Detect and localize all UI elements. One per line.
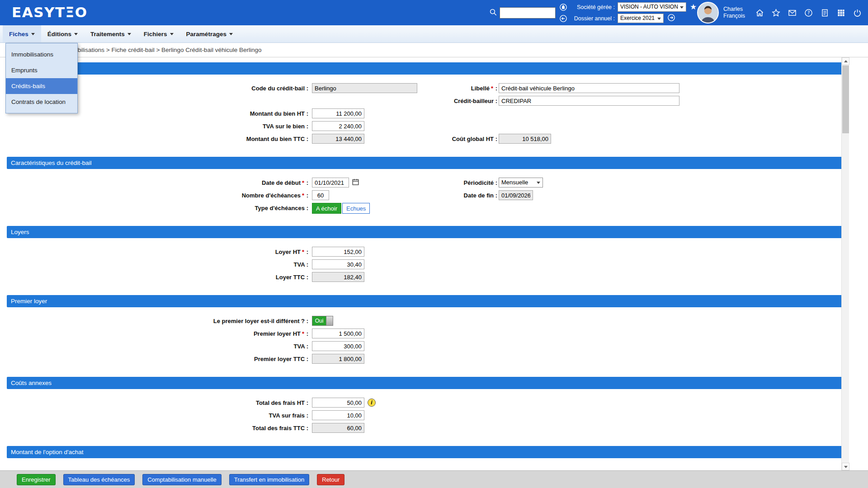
field-label: Crédit-bailleur : [316, 96, 497, 107]
user-name: Charles François [723, 6, 745, 19]
form-row: TVA sur le bien : [0, 121, 850, 134]
topbar: EASYTΞO Société gérée : VISION - AUTO VI… [0, 0, 868, 25]
field-label: Nombre d'échéances* : [0, 190, 308, 201]
credit-bailleur-input[interactable] [499, 96, 679, 106]
menu-editions[interactable]: Éditions [41, 25, 84, 42]
dossier-icon [559, 14, 567, 23]
premier-loyer-tva-input[interactable] [312, 341, 364, 351]
cout-global-ht-input [499, 134, 551, 144]
type-a-echoir-button[interactable]: A échoir [312, 203, 341, 214]
comptabilisation-manuelle-button[interactable]: Comptabilisation manuelle [142, 474, 221, 485]
chevron-down-icon [170, 33, 174, 35]
menu-parametrages[interactable]: Paramétrages [180, 25, 239, 42]
field-label: Date de début* : [0, 178, 308, 188]
field-label: Périodicité : [316, 178, 497, 188]
form-row: Premier loyer TTC : [0, 354, 850, 366]
section-header-loyers: Loyers [7, 226, 843, 238]
retour-button[interactable]: Retour [317, 474, 344, 485]
form-row: Crédit-bailleur : [0, 96, 850, 108]
field-label: Loyer TTC : [0, 272, 308, 283]
dropdown-item-contrats-location[interactable]: Contrats de location [6, 94, 77, 110]
breadcrumb-bar: Immobilisations > Fiche crédit-bail > Be… [0, 43, 868, 57]
libelle-input[interactable] [499, 83, 679, 93]
search-input[interactable] [500, 7, 556, 19]
form-row: Total des frais HT : i [0, 398, 850, 410]
field-label: Total des frais HT : [0, 398, 308, 408]
periodicite-select[interactable]: Mensuelle [499, 178, 543, 188]
form-row: Nombre d'échéances* : Date de fin : [0, 190, 850, 203]
enregistrer-button[interactable]: Enregistrer [17, 474, 56, 485]
power-icon[interactable] [853, 9, 862, 19]
company-label: Société gérée : [570, 4, 615, 10]
go-arrow-icon[interactable] [667, 14, 675, 23]
info-icon[interactable]: i [368, 399, 376, 407]
year-label: Dossier annuel : [570, 15, 615, 22]
montant-bien-ht-input[interactable] [312, 108, 364, 118]
scroll-down-button[interactable] [842, 463, 849, 470]
company-select[interactable]: VISION - AUTO VISION [618, 2, 686, 12]
dropdown-item-credits-bails[interactable]: Crédits-bails [6, 78, 77, 94]
year-select[interactable]: Exercice 2021 [618, 14, 664, 23]
menu-fiches[interactable]: Fiches [3, 25, 41, 42]
section-header-premier-loyer: Premier loyer [7, 295, 843, 307]
scroll-up-button[interactable] [842, 57, 849, 65]
type-echues-button[interactable]: Echues [342, 203, 370, 214]
field-label: Libellé* : [316, 83, 497, 94]
tva-bien-input[interactable] [312, 121, 364, 131]
field-label: TVA : [0, 259, 308, 270]
form-row: Total des frais TTC : [0, 423, 850, 436]
avatar[interactable] [697, 2, 719, 23]
search [489, 7, 556, 19]
svg-text:?: ? [807, 10, 810, 15]
apps-grid-icon[interactable] [837, 9, 845, 19]
form-row: Montant du bien TTC : Coût global HT : [0, 134, 850, 146]
section-header-option-achat: Montant de l'option d'achat [7, 446, 843, 458]
field-label: Loyer HT* : [0, 247, 308, 258]
favorite-star-icon[interactable]: ★ [690, 3, 697, 11]
toggle-knob [326, 316, 333, 325]
chevron-down-icon [31, 33, 35, 35]
field-label: Montant du bien TTC : [0, 134, 308, 145]
form-row: TVA : [0, 341, 850, 354]
premier-loyer-different-toggle[interactable]: Oui [312, 316, 333, 326]
notes-icon[interactable] [821, 9, 829, 19]
vertical-scrollbar[interactable] [841, 57, 849, 470]
field-label: Premier loyer HT* : [0, 328, 308, 339]
transfert-immobilisation-button[interactable]: Transfert en immobilisation [229, 474, 310, 485]
loyer-ht-input[interactable] [312, 247, 364, 257]
chevron-down-icon [74, 33, 78, 35]
field-label: Type d'échéances : [0, 203, 308, 214]
scrollbar-thumb[interactable] [842, 66, 849, 133]
fiches-dropdown: Immobilisations Emprunts Crédits-bails C… [5, 43, 78, 113]
total-frais-ttc-input [312, 423, 364, 433]
menu-traitements[interactable]: Traitements [84, 25, 137, 42]
mail-icon[interactable] [788, 9, 797, 19]
tableau-echeances-button[interactable]: Tableau des échéances [63, 474, 135, 485]
menu-fichiers[interactable]: Fichiers [137, 25, 180, 42]
premier-loyer-ht-input[interactable] [312, 328, 364, 338]
dropdown-item-emprunts[interactable]: Emprunts [6, 62, 77, 78]
loyer-tva-input[interactable] [312, 259, 364, 269]
footer-action-bar: Enregistrer Tableau des échéances Compta… [0, 470, 868, 488]
date-fin-input [499, 190, 533, 200]
chevron-down-icon [127, 33, 131, 35]
premier-loyer-ttc-input [312, 354, 364, 364]
tva-frais-input[interactable] [312, 410, 364, 420]
topbar-icons: ? [755, 9, 862, 19]
form-area: Code du crédit-bail : Libellé* : Crédit-… [0, 57, 850, 470]
home-icon[interactable] [755, 9, 764, 19]
app-logo[interactable]: EASYTΞO [12, 4, 88, 20]
form-row: TVA : [0, 259, 850, 272]
field-label: Le premier loyer est-il différent ? : [0, 316, 308, 327]
field-label: Total des frais TTC : [0, 423, 308, 434]
section-header-couts-annexes: Coûts annexes [7, 377, 843, 389]
breadcrumb: Immobilisations > Fiche crédit-bail > Be… [62, 43, 261, 57]
favorites-star-icon[interactable] [772, 9, 780, 19]
form-row: Code du crédit-bail : Libellé* : [0, 83, 850, 96]
arrow-up-icon [844, 60, 848, 62]
dropdown-item-immobilisations[interactable]: Immobilisations [6, 47, 77, 62]
chevron-down-icon [229, 33, 233, 35]
company-icon [559, 3, 567, 11]
help-icon[interactable]: ? [804, 9, 813, 19]
total-frais-ht-input[interactable] [312, 398, 364, 408]
